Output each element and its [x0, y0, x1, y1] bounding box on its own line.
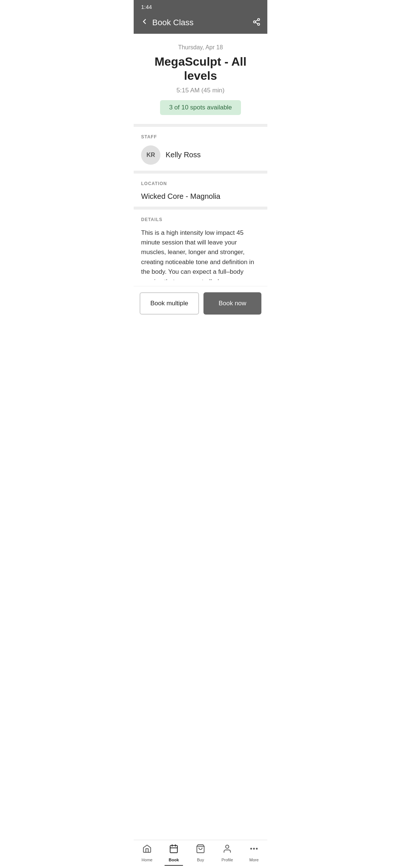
book-now-button[interactable]: Book now — [203, 292, 261, 315]
section-divider-2 — [134, 171, 267, 174]
back-icon[interactable] — [140, 17, 149, 28]
staff-avatar: KR — [141, 145, 160, 165]
staff-section-label: STAFF — [141, 134, 260, 139]
svg-line-4 — [255, 20, 258, 21]
header-left: Book Class — [140, 17, 193, 28]
book-multiple-button[interactable]: Book multiple — [140, 292, 199, 315]
section-divider — [134, 124, 267, 127]
class-time: 5:15 AM (45 min) — [141, 87, 260, 94]
bottom-buttons: Book multiple Book now — [134, 286, 267, 320]
section-divider-3 — [134, 207, 267, 210]
page-title: Book Class — [152, 18, 193, 27]
staff-row: KR Kelly Ross — [141, 145, 260, 165]
class-info-section: Thursday, Apr 18 MegaSculpt - All levels… — [134, 34, 267, 124]
svg-line-3 — [255, 22, 258, 24]
main-content: Thursday, Apr 18 MegaSculpt - All levels… — [134, 34, 267, 350]
staff-initials: KR — [146, 152, 155, 158]
spots-badge: 3 of 10 spots available — [160, 100, 241, 115]
class-date: Thursday, Apr 18 — [141, 44, 260, 51]
header: Book Class — [134, 13, 267, 34]
share-icon[interactable] — [252, 18, 261, 28]
bottom-padding — [134, 320, 267, 350]
location-section: LOCATION Wicked Core - Magnolia — [134, 174, 267, 207]
class-name: MegaSculpt - All levels — [141, 55, 260, 83]
status-bar: 1:44 — [134, 0, 267, 13]
staff-section: STAFF KR Kelly Ross — [134, 127, 267, 171]
details-text: This is a high intensity low impact 45 m… — [141, 228, 260, 280]
staff-name: Kelly Ross — [166, 151, 200, 159]
location-section-label: LOCATION — [141, 181, 260, 186]
location-name: Wicked Core - Magnolia — [141, 192, 260, 201]
details-section-label: DETAILS — [141, 217, 260, 222]
status-time: 1:44 — [141, 4, 152, 10]
details-section: DETAILS This is a high intensity low imp… — [134, 210, 267, 286]
